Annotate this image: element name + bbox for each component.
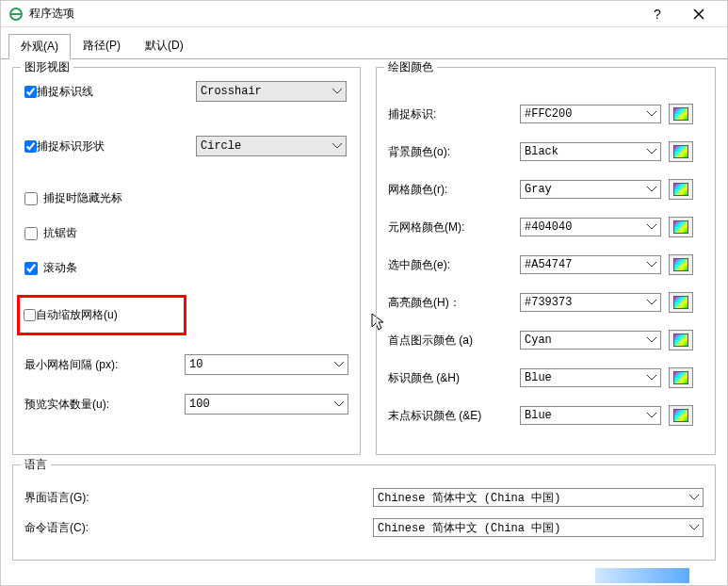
auto-zoom-grid-label: 自动缩放网格(u) xyxy=(36,307,118,323)
circle-select[interactable]: Circle xyxy=(196,136,347,156)
color-select-value: #FFC200 xyxy=(525,107,572,121)
chevron-down-icon xyxy=(647,300,656,305)
color-select[interactable]: #739373 xyxy=(520,293,661,312)
preview-entity-count-label: 预览实体数量(u): xyxy=(24,397,185,413)
color-select[interactable]: #404040 xyxy=(520,218,661,236)
color-select[interactable]: Black xyxy=(520,142,661,161)
circle-select-value: Circle xyxy=(201,139,241,153)
hide-cursor-label: 捕捉时隐藏光标 xyxy=(43,190,122,206)
color-swatch-icon xyxy=(673,296,688,309)
color-label: 末点标识颜色 (&E) xyxy=(388,408,520,424)
preview-entity-count-select[interactable]: 100 xyxy=(185,394,348,415)
app-icon xyxy=(8,7,24,22)
anti-alias-checkbox[interactable] xyxy=(24,227,38,240)
chevron-down-icon xyxy=(332,143,342,149)
color-row: 首点图示颜色 (a)Cyan xyxy=(388,330,704,350)
help-button[interactable]: ? xyxy=(637,1,678,27)
capture-id-shape-checkbox[interactable] xyxy=(24,140,37,153)
tab-default[interactable]: 默认(D) xyxy=(133,33,196,58)
language-legend: 语言 xyxy=(21,457,51,473)
chevron-down-icon xyxy=(647,262,656,268)
color-select[interactable]: Gray xyxy=(520,180,661,199)
ui-language-select[interactable]: Chinese 简体中文 (China 中国) xyxy=(373,488,704,507)
color-select-value: Gray xyxy=(525,183,552,196)
color-picker-button[interactable] xyxy=(669,367,693,388)
close-button[interactable] xyxy=(678,1,720,27)
color-swatch-icon xyxy=(673,258,688,271)
color-select-value: Cyan xyxy=(525,334,552,347)
color-select-value: Blue xyxy=(525,371,552,384)
color-swatch-icon xyxy=(673,220,688,234)
color-picker-button[interactable] xyxy=(669,104,693,124)
color-label: 捕捉标识: xyxy=(388,106,520,122)
chevron-down-icon xyxy=(334,401,344,407)
cmd-language-select[interactable]: Chinese 简体中文 (China 中国) xyxy=(373,518,704,537)
chevron-down-icon xyxy=(689,495,699,500)
color-select-value: Black xyxy=(525,145,558,158)
chevron-down-icon xyxy=(647,337,656,343)
color-picker-button[interactable] xyxy=(669,405,693,426)
color-picker-button[interactable] xyxy=(669,179,693,200)
graphics-view-legend: 图形视图 xyxy=(21,59,73,75)
color-select[interactable]: Cyan xyxy=(520,331,661,350)
color-select[interactable]: #FFC200 xyxy=(520,105,661,123)
capture-id-line-checkbox[interactable] xyxy=(24,86,37,98)
color-row: 元网格颜色(M):#404040 xyxy=(388,217,704,237)
color-select[interactable]: #A54747 xyxy=(520,255,661,274)
color-select[interactable]: Blue xyxy=(520,368,661,387)
anti-alias-label: 抗锯齿 xyxy=(43,225,77,241)
graphics-view-group: 图形视图 捕捉标识线 Crosshair 捕捉标识形状 Circle 捕捉时隐藏… xyxy=(12,67,361,455)
color-swatch-icon xyxy=(673,145,688,158)
crosshair-select-value: Crosshair xyxy=(201,85,262,98)
chevron-down-icon xyxy=(647,149,656,155)
color-swatch-icon xyxy=(673,183,688,196)
window-title: 程序选项 xyxy=(29,6,637,22)
crosshair-select[interactable]: Crosshair xyxy=(196,81,347,102)
scrollbars-label: 滚动条 xyxy=(43,260,77,276)
chevron-down-icon xyxy=(647,111,656,117)
color-row: 网格颜色(r):Gray xyxy=(388,179,704,200)
color-label: 背景颜色(o): xyxy=(388,144,520,160)
scrollbars-checkbox[interactable] xyxy=(24,262,38,275)
color-picker-button[interactable] xyxy=(669,292,693,313)
drawing-colors-group: 绘图颜色 捕捉标识:#FFC200背景颜色(o):Black网格颜色(r):Gr… xyxy=(376,67,716,455)
color-label: 标识颜色 (&H) xyxy=(388,370,520,386)
color-row: 背景颜色(o):Black xyxy=(388,141,704,162)
highlighted-option-box: 自动缩放网格(u) xyxy=(17,295,186,335)
ui-language-value: Chinese 简体中文 (China 中国) xyxy=(378,490,560,506)
tab-appearance[interactable]: 外观(A) xyxy=(8,34,71,59)
capture-id-shape-label: 捕捉标识形状 xyxy=(37,138,105,155)
color-row: 高亮颜色(H)：#739373 xyxy=(388,292,704,313)
tab-path[interactable]: 路径(P) xyxy=(71,33,133,58)
color-picker-button[interactable] xyxy=(669,141,693,162)
ui-language-label: 界面语言(G): xyxy=(24,490,373,506)
color-label: 高亮颜色(H)： xyxy=(388,295,520,311)
chevron-down-icon xyxy=(647,413,656,418)
min-grid-spacing-value: 10 xyxy=(189,358,202,371)
drawing-colors-legend: 绘图颜色 xyxy=(384,59,437,75)
preview-entity-count-value: 100 xyxy=(189,398,210,411)
color-label: 选中颜色(e): xyxy=(388,257,520,273)
color-swatch-icon xyxy=(673,409,688,422)
chevron-down-icon xyxy=(647,187,656,192)
color-swatch-icon xyxy=(673,334,688,347)
color-select-value: #739373 xyxy=(525,296,572,309)
color-select-value: Blue xyxy=(525,409,552,422)
color-label: 网格颜色(r): xyxy=(388,182,520,198)
color-row: 捕捉标识:#FFC200 xyxy=(388,104,704,124)
cmd-language-label: 命令语言(C): xyxy=(24,520,373,536)
color-picker-button[interactable] xyxy=(669,217,693,237)
hide-cursor-checkbox[interactable] xyxy=(24,192,38,205)
color-select[interactable]: Blue xyxy=(520,406,661,425)
auto-zoom-grid-checkbox[interactable] xyxy=(24,309,36,321)
color-select-value: #A54747 xyxy=(525,258,572,271)
chevron-down-icon xyxy=(334,362,344,367)
color-picker-button[interactable] xyxy=(669,254,693,275)
color-row: 末点标识颜色 (&E)Blue xyxy=(388,405,704,426)
min-grid-spacing-select[interactable]: 10 xyxy=(185,354,348,375)
language-group: 语言 界面语言(G): Chinese 简体中文 (China 中国) 命令语言… xyxy=(12,464,716,561)
color-label: 首点图示颜色 (a) xyxy=(388,333,520,349)
color-picker-button[interactable] xyxy=(669,330,693,350)
color-label: 元网格颜色(M): xyxy=(388,220,520,236)
capture-id-line-label: 捕捉标识线 xyxy=(37,84,93,100)
